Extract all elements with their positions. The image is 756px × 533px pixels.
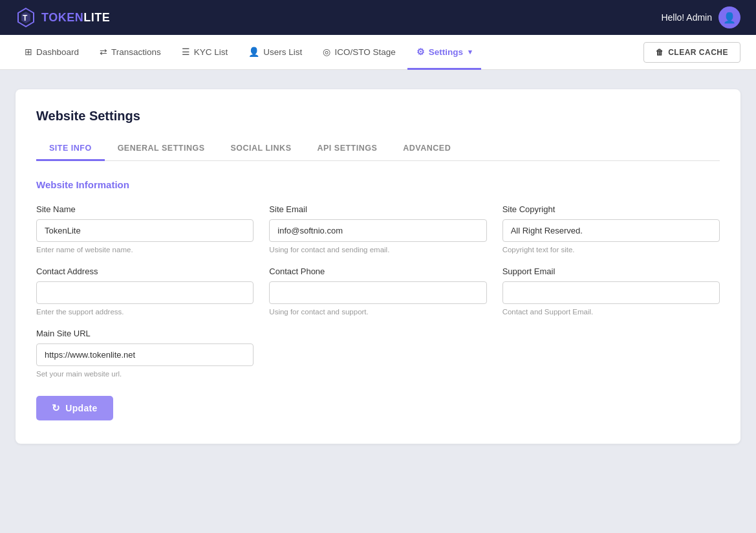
transactions-icon: ⇄ [100,47,107,57]
form-group-contact-phone: Contact Phone Using for contact and supp… [269,266,486,316]
logo[interactable]: T TOKENLITE [16,7,110,28]
contact-phone-input[interactable] [269,281,486,304]
form-group-main-url: Main Site URL Set your main website url. [36,329,254,378]
contact-phone-hint: Using for contact and support. [269,308,486,316]
settings-tabs: SITE INFO GENERAL SETTINGS SOCIAL LINKS … [36,136,720,161]
avatar-icon: 👤 [723,12,736,24]
main-content: Website Settings SITE INFO GENERAL SETTI… [0,70,756,463]
nav-item-users[interactable]: 👤 Users List [239,36,311,70]
nav-item-ico[interactable]: ◎ ICO/STO Stage [314,36,404,70]
tab-api-settings[interactable]: API SETTINGS [304,137,390,161]
users-icon: 👤 [248,47,259,57]
main-url-input[interactable] [36,343,254,366]
contact-phone-label: Contact Phone [269,266,486,276]
site-email-hint: Using for contact and sending email. [269,246,486,254]
nav-label-transactions: Transactions [111,47,161,57]
form-group-support-email: Support Email Contact and Support Email. [502,266,720,316]
avatar[interactable]: 👤 [718,6,740,28]
form-row-url: Main Site URL Set your main website url. [36,329,720,378]
logo-icon: T [16,7,36,28]
form-group-site-email: Site Email Using for contact and sending… [269,204,486,254]
svg-text:T: T [23,14,28,23]
form-row-2: Contact Address Enter the support addres… [36,266,720,316]
kyc-icon: ☰ [182,47,190,57]
ico-icon: ◎ [323,47,330,57]
update-button[interactable]: ↻ Update [36,396,113,420]
site-name-input[interactable] [36,219,254,242]
page-title: Website Settings [36,109,720,124]
section-title: Website Information [36,179,720,190]
nav-item-transactions[interactable]: ⇄ Transactions [91,36,170,70]
nav-label-ico: ICO/STO Stage [334,47,395,57]
tab-site-info[interactable]: SITE INFO [36,137,105,161]
site-copyright-label: Site Copyright [502,204,720,214]
tab-social-links[interactable]: SOCIAL LINKS [218,137,305,161]
greeting-text: Hello! Admin [661,12,712,23]
support-email-hint: Contact and Support Email. [502,308,720,316]
site-copyright-hint: Copyright text for site. [502,246,720,254]
nav-label-kyc: KYC List [194,47,228,57]
site-email-input[interactable] [269,219,486,242]
settings-icon: ⚙ [416,47,425,57]
form-row-1: Site Name Enter name of website name. Si… [36,204,720,254]
nav-label-dashboard: Dashboard [36,47,79,57]
tab-advanced[interactable]: ADVANCED [390,137,464,161]
logo-text: TOKENLITE [41,11,110,25]
form-group-site-copyright: Site Copyright Copyright text for site. [502,204,720,254]
settings-chevron-icon: ▾ [468,48,472,56]
clear-cache-button[interactable]: 🗑 CLEAR CACHE [643,42,740,63]
site-name-hint: Enter name of website name. [36,246,254,254]
support-email-input[interactable] [502,281,720,304]
nav-label-users: Users List [263,47,302,57]
nav-item-dashboard[interactable]: ⊞ Dashboard [16,36,88,70]
contact-address-label: Contact Address [36,266,254,276]
form-group-site-name: Site Name Enter name of website name. [36,204,254,254]
site-copyright-input[interactable] [502,219,720,242]
site-email-label: Site Email [269,204,486,214]
clear-cache-label: CLEAR CACHE [668,48,728,57]
contact-address-input[interactable] [36,281,254,304]
update-icon: ↻ [52,402,60,414]
main-url-label: Main Site URL [36,329,254,338]
tab-general-settings[interactable]: GENERAL SETTINGS [105,137,218,161]
main-url-hint: Set your main website url. [36,370,254,378]
nav-item-settings[interactable]: ⚙ Settings ▾ [407,36,481,70]
update-label: Update [65,403,97,413]
nav: ⊞ Dashboard ⇄ Transactions ☰ KYC List 👤 … [0,35,756,70]
contact-address-hint: Enter the support address. [36,308,254,316]
trash-icon: 🗑 [656,48,664,57]
header: T TOKENLITE Hello! Admin 👤 [0,0,756,35]
form-group-contact-address: Contact Address Enter the support addres… [36,266,254,316]
nav-links: ⊞ Dashboard ⇄ Transactions ☰ KYC List 👤 … [16,35,481,69]
site-name-label: Site Name [36,204,254,214]
nav-label-settings: Settings [429,47,463,57]
dashboard-icon: ⊞ [25,47,32,57]
nav-item-kyc[interactable]: ☰ KYC List [173,36,237,70]
header-right: Hello! Admin 👤 [661,6,740,28]
support-email-label: Support Email [502,266,720,276]
settings-card: Website Settings SITE INFO GENERAL SETTI… [16,89,740,444]
